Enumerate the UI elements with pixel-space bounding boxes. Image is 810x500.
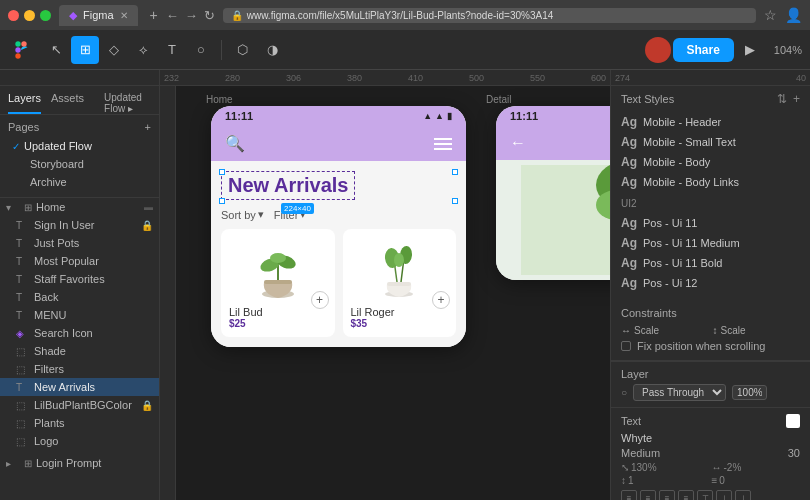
toolbar-separator xyxy=(221,40,222,60)
dot-green[interactable] xyxy=(40,10,51,21)
style-mobile-body[interactable]: Ag Mobile - Body xyxy=(621,152,800,172)
ag-badge: Ag xyxy=(621,175,637,189)
wifi-icon: ▲ xyxy=(423,111,432,121)
text-tool[interactable]: T xyxy=(158,36,186,64)
layer-item-filters[interactable]: ⬚ Filters xyxy=(0,360,159,378)
new-arrivals-title[interactable]: New Arrivals xyxy=(221,171,355,200)
layer-row: ○ Pass Through Normal Multiply xyxy=(621,384,800,401)
search-icon[interactable]: 🔍 xyxy=(225,134,245,153)
right-panel: Text Styles ⇅ + Ag Mobile - Header Ag Mo… xyxy=(610,86,810,500)
layer-item-sign-in[interactable]: T Sign In User 🔒 xyxy=(0,216,159,234)
dot-red[interactable] xyxy=(8,10,19,21)
style-pos-ui11-medium[interactable]: Ag Pos - Ui 11 Medium xyxy=(621,233,800,253)
pass-through-select[interactable]: Pass Through Normal Multiply xyxy=(633,384,726,401)
product-name-1: Lil Bud xyxy=(229,306,327,318)
tab-assets[interactable]: Assets xyxy=(51,92,84,114)
layer-item-plants[interactable]: ⬚ Plants xyxy=(0,414,159,432)
add-page-button[interactable]: + xyxy=(145,121,151,133)
user-icon[interactable]: 👤 xyxy=(785,7,802,23)
left-panel: Layers Assets Updated Flow ▸ Pages + ✓ U… xyxy=(0,86,160,500)
style-mobile-small[interactable]: Ag Mobile - Small Text xyxy=(621,132,800,152)
figma-logo[interactable] xyxy=(8,37,34,63)
new-tab-button[interactable]: + xyxy=(150,7,158,23)
style-pos-ui12[interactable]: Ag Pos - Ui 12 xyxy=(621,273,800,293)
lasso-tool[interactable]: ⟡ xyxy=(129,36,157,64)
page-item-storyboard[interactable]: Storyboard xyxy=(8,155,151,173)
product-add-button-1[interactable]: + xyxy=(311,291,329,309)
layer-item-just-pots[interactable]: T Just Pots xyxy=(0,234,159,252)
browser-nav: ← → ↻ xyxy=(166,8,215,23)
layer-item-search-icon[interactable]: ◈ Search Icon xyxy=(0,324,159,342)
user-avatar[interactable] xyxy=(645,37,671,63)
selection-handle-tr xyxy=(452,169,458,175)
text-icon: T xyxy=(16,256,30,267)
align-middle-button[interactable]: ⊥ xyxy=(716,490,732,500)
layer-item-bg-color[interactable]: ⬚ LilBudPlantBGColor 🔒 xyxy=(0,396,159,414)
svg-rect-3 xyxy=(15,53,20,58)
fix-position-checkbox[interactable] xyxy=(621,341,631,351)
back-button-icon[interactable]: ← xyxy=(510,134,526,151)
align-left-button[interactable]: ≡ xyxy=(621,490,637,500)
move-tool[interactable]: ↖ xyxy=(42,36,70,64)
constraint-v-label: Scale xyxy=(721,325,746,336)
layer-item-logo[interactable]: ⬚ Logo xyxy=(0,432,159,450)
align-right-button[interactable]: ≡ xyxy=(659,490,675,500)
layer-item-staff-favorites[interactable]: T Staff Favorites xyxy=(0,270,159,288)
line-icon: ↕ xyxy=(621,475,626,486)
back-button[interactable]: ← xyxy=(166,8,179,23)
layer-item-back[interactable]: T Back xyxy=(0,288,159,306)
vector-tool[interactable]: ◇ xyxy=(100,36,128,64)
tab-close-icon[interactable]: ✕ xyxy=(120,10,128,21)
rect-icon: ⬚ xyxy=(16,346,30,357)
layer-name: Filters xyxy=(34,363,153,375)
text-size-label: 30 xyxy=(788,447,800,459)
sort-by-button[interactable]: Sort by ▾ xyxy=(221,208,264,221)
refresh-button[interactable]: ↻ xyxy=(204,8,215,23)
sort-icon[interactable]: ⇅ xyxy=(777,92,787,106)
layer-item-login-prompt[interactable]: ▸ ⊞ Login Prompt xyxy=(0,454,159,472)
page-item-updated-flow[interactable]: ✓ Updated Flow xyxy=(8,137,151,155)
layer-item-menu[interactable]: T MENU xyxy=(0,306,159,324)
frame-tool[interactable]: ⊞ xyxy=(71,36,99,64)
product-img-2 xyxy=(351,237,449,302)
opacity-input[interactable] xyxy=(732,385,767,400)
layer-item-new-arrivals[interactable]: T New Arrivals xyxy=(0,378,159,396)
bookmark-icon[interactable]: ☆ xyxy=(764,7,777,23)
ag-badge: Ag xyxy=(621,216,637,230)
style-mobile-header[interactable]: Ag Mobile - Header xyxy=(621,112,800,132)
forward-button[interactable]: → xyxy=(185,8,198,23)
layer-item-home[interactable]: ▾ ⊞ Home ▬ xyxy=(0,198,159,216)
align-justify-button[interactable]: ≡ xyxy=(678,490,694,500)
product-add-button-2[interactable]: + xyxy=(432,291,450,309)
product-price-1: $25 xyxy=(229,318,327,329)
layer-item-most-popular[interactable]: T Most Popular xyxy=(0,252,159,270)
dot-yellow[interactable] xyxy=(24,10,35,21)
page-item-archive[interactable]: Archive xyxy=(8,173,151,191)
tab-layers[interactable]: Layers xyxy=(8,92,41,114)
product-price-2: $35 xyxy=(351,318,449,329)
constraints-header: Constraints xyxy=(621,307,800,319)
align-center-button[interactable]: ≡ xyxy=(640,490,656,500)
layer-item-shade[interactable]: ⬚ Shade xyxy=(0,342,159,360)
canvas-area[interactable]: Home Detail 11:11 ▲ ▲ ▮ 🔍 xyxy=(160,86,610,500)
address-bar[interactable]: 🔒 www.figma.com/file/x5MuLtiPlaY3r/Lil-B… xyxy=(223,8,756,23)
share-button[interactable]: Share xyxy=(673,38,734,62)
style-mobile-body-links[interactable]: Ag Mobile - Body Links xyxy=(621,172,800,192)
align-bottom-button[interactable]: ⊥ xyxy=(735,490,751,500)
ellipse-tool[interactable]: ○ xyxy=(187,36,215,64)
constraint-v: ↕ Scale xyxy=(713,325,801,336)
menu-icon[interactable] xyxy=(434,138,452,150)
add-style-icon[interactable]: + xyxy=(793,92,800,106)
style-pos-ui11[interactable]: Ag Pos - Ui 11 xyxy=(621,213,800,233)
style-pos-ui11-bold[interactable]: Ag Pos - Ui 11 Bold xyxy=(621,253,800,273)
color-tool[interactable]: ◑ xyxy=(258,36,286,64)
assets-tool[interactable]: ⬡ xyxy=(228,36,256,64)
style-name: Mobile - Body Links xyxy=(643,176,739,188)
present-button[interactable]: ▶ xyxy=(736,36,764,64)
constraint-v-icon: ↕ xyxy=(713,325,718,336)
align-top-button[interactable]: ⊤ xyxy=(697,490,713,500)
layer-name: Just Pots xyxy=(34,237,153,249)
browser-tab[interactable]: ◆ Figma ✕ xyxy=(59,5,138,26)
page-name: Archive xyxy=(30,176,67,188)
new-arrivals-container: New Arrivals 224×40 xyxy=(221,171,456,202)
